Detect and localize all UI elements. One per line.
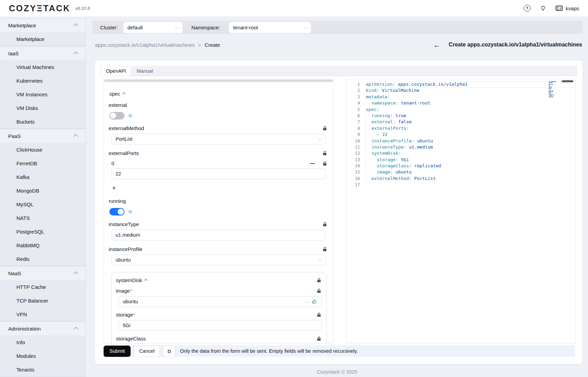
sidebar-item-vpn[interactable]: VPN: [0, 307, 85, 321]
unlock-icon[interactable]: [322, 151, 327, 156]
sidebar-item-ferretdb[interactable]: FerretDB: [0, 156, 85, 170]
code-line[interactable]: 17: [346, 182, 575, 188]
externalPorts-label: externalPorts: [109, 150, 139, 156]
unlock-icon[interactable]: [322, 247, 327, 252]
code-line[interactable]: 13 storage: 5Gi: [346, 157, 575, 163]
code-text: external: false: [366, 119, 575, 125]
thumbs-up-icon[interactable]: [312, 299, 317, 304]
code-line[interactable]: 10instanceProfile: ubuntu: [346, 138, 575, 144]
code-line[interactable]: 15 image: ubuntu: [346, 169, 575, 175]
add-item-button[interactable]: +: [112, 185, 118, 191]
sidebar-item-nats[interactable]: NATS: [0, 211, 85, 225]
systemDisk-section-header[interactable]: systemDisk: [116, 277, 147, 283]
header-actions: ? kvaps: [524, 5, 579, 12]
sidebar-section-header-paas[interactable]: PaaS: [0, 129, 85, 143]
tab-openapi[interactable]: OpenAPI: [101, 66, 132, 76]
unlock-icon[interactable]: [322, 126, 327, 131]
code-text: namespace: tenant-root: [366, 100, 575, 106]
external-toggle[interactable]: [109, 112, 124, 120]
app-logo[interactable]: COZYΞTACK: [9, 3, 70, 13]
sidebar-item-mysql[interactable]: MySQL: [0, 197, 85, 211]
chevron-up-icon: [74, 327, 78, 331]
back-arrow-icon[interactable]: ←: [433, 41, 441, 48]
sidebar-item-virtual-machines[interactable]: Virtual Machines: [0, 60, 85, 74]
submit-button[interactable]: Submit: [104, 346, 131, 357]
yaml-editor[interactable]: 1apiVersion: apps.cozystack.io/v1alpha12…: [346, 79, 576, 344]
namespace-select[interactable]: tenant-root: [229, 22, 311, 33]
running-toggle[interactable]: [109, 208, 124, 215]
sidebar-section-header-marketplace[interactable]: Marketplace: [0, 18, 85, 32]
reset-default-icon[interactable]: [128, 209, 133, 214]
unlock-icon[interactable]: [317, 278, 321, 283]
sidebar-item-tenants[interactable]: Tenants: [0, 363, 85, 376]
help-icon[interactable]: ?: [524, 5, 531, 12]
sidebar-item-postgresql[interactable]: PostgreSQL: [0, 225, 85, 238]
minimap-segment: [549, 89, 550, 90]
code-line[interactable]: 14 storageClass: replicated: [346, 163, 575, 169]
user-menu[interactable]: kvaps: [556, 5, 579, 11]
unlock-icon[interactable]: [322, 222, 327, 227]
code-line[interactable]: 16externalMethod: PortList: [346, 176, 575, 182]
code-line[interactable]: 3metadata:: [346, 94, 575, 100]
code-line[interactable]: 1apiVersion: apps.cozystack.io/v1alpha1: [346, 81, 575, 87]
sidebar-item-tcp-balancer[interactable]: TCP Balancer: [0, 294, 85, 307]
code-line[interactable]: 7external: false: [346, 119, 575, 125]
sidebar-item-modules[interactable]: Modules: [0, 349, 85, 363]
sidebar-section-label: PaaS: [8, 133, 21, 139]
unlock-icon[interactable]: [317, 336, 321, 341]
sidebar-item-label: MongoDB: [16, 188, 39, 194]
breadcrumb-link[interactable]: apps.cozystack.io/v1alpha1/virtualmachin…: [95, 42, 195, 48]
debug-button[interactable]: [163, 345, 175, 357]
sidebar-item-marketplace[interactable]: Marketplace: [0, 32, 85, 46]
code-line[interactable]: 2kind: VirtualMachine: [346, 87, 575, 94]
sidebar-item-label: NATS: [16, 215, 30, 221]
form-scrollbar[interactable]: [104, 80, 333, 82]
code-area[interactable]: 1apiVersion: apps.cozystack.io/v1alpha12…: [346, 79, 575, 188]
sidebar-item-vm-instances[interactable]: VM Instances: [0, 87, 85, 101]
externalPorts-item-input[interactable]: [111, 168, 326, 179]
sidebar-item-clickhouse[interactable]: ClickHouse: [0, 143, 85, 156]
unlock-icon[interactable]: [317, 312, 321, 317]
cancel-button[interactable]: Cancel: [134, 346, 160, 357]
sidebar-item-http-cache[interactable]: HTTP Cache: [0, 280, 85, 294]
sidebar-item-kubernetes[interactable]: Kubernetes: [0, 74, 85, 87]
chevron-up-icon: [74, 271, 78, 276]
storage-input[interactable]: [119, 320, 321, 331]
sidebar-item-vm-disks[interactable]: VM Disks: [0, 101, 85, 115]
code-line[interactable]: 4namespace: tenant-root: [346, 100, 575, 106]
indent-guide: [366, 125, 372, 131]
code-line[interactable]: 8externalPorts:: [346, 125, 575, 131]
editor-minimap[interactable]: [549, 81, 566, 99]
spec-section-header[interactable]: spec: [109, 91, 327, 97]
code-line[interactable]: 12systemDisk:: [346, 150, 575, 156]
sidebar-section-header-naas[interactable]: NaaS: [0, 266, 85, 280]
reset-default-icon[interactable]: [128, 113, 133, 118]
cluster-select[interactable]: default: [123, 22, 183, 33]
code-line[interactable]: 6running: true: [346, 113, 575, 119]
instanceType-input[interactable]: [111, 229, 326, 240]
remove-item-icon[interactable]: [310, 163, 315, 164]
editor-scrollbar-thumb[interactable]: [562, 80, 573, 82]
minimap-line: [549, 95, 566, 95]
sidebar-item-redis[interactable]: Redis: [0, 252, 85, 266]
sidebar-section-header-iaas[interactable]: IaaS: [0, 46, 85, 60]
externalMethod-select[interactable]: PortList: [111, 134, 326, 144]
unlock-icon[interactable]: [322, 161, 327, 166]
sidebar-item-rabbitmq[interactable]: RabbitMQ: [0, 238, 85, 252]
minimap-line: [549, 97, 566, 97]
line-number: 8: [346, 125, 366, 131]
sidebar-item-kafka[interactable]: Kafka: [0, 170, 85, 184]
sidebar-item-info[interactable]: Info: [0, 335, 85, 349]
sidebar-item-mongodb[interactable]: MongoDB: [0, 184, 85, 197]
sidebar-item-buckets[interactable]: Buckets: [0, 115, 85, 128]
tab-manual[interactable]: Manual: [132, 66, 158, 76]
code-line[interactable]: 11instanceType: u1.medium: [346, 144, 575, 150]
sidebar-section-header-administration[interactable]: Administration: [0, 321, 85, 335]
lightbulb-icon[interactable]: [540, 5, 546, 11]
code-line[interactable]: 5spec:: [346, 107, 575, 113]
sidebar-section-items: Marketplace: [0, 32, 85, 46]
image-select[interactable]: ubuntu: [119, 296, 321, 307]
unlock-icon[interactable]: [317, 289, 321, 293]
code-line[interactable]: 9 - 22: [346, 131, 575, 138]
instanceProfile-select[interactable]: ubuntu: [111, 254, 326, 265]
